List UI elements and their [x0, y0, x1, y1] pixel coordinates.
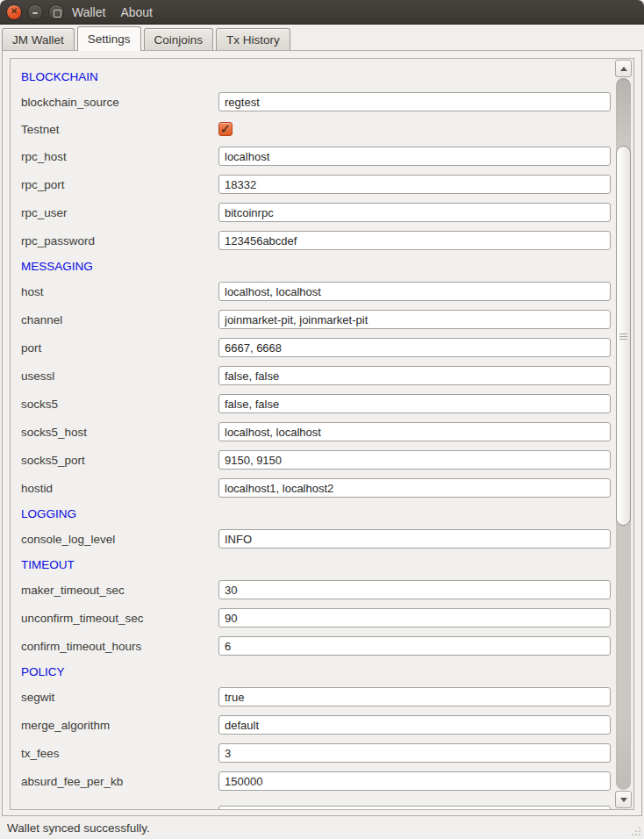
field-label: rpc_port	[21, 178, 218, 191]
scrollbar-track[interactable]	[616, 78, 631, 790]
form-row: socks5	[21, 390, 614, 418]
status-message: Wallet synced successfully.	[7, 821, 150, 835]
field-input[interactable]	[218, 636, 611, 656]
field-input[interactable]	[218, 175, 611, 194]
section-header-timeout: TIMEOUT	[21, 553, 614, 576]
field-label: socks5	[21, 398, 218, 411]
scrollbar-thumb[interactable]	[616, 146, 631, 526]
field-input[interactable]	[218, 366, 611, 385]
field-input[interactable]	[218, 282, 611, 301]
form-row: rpc_user	[21, 198, 614, 226]
form-row: merge_algorithm	[21, 711, 614, 739]
form-row: channel	[21, 305, 614, 333]
maximize-button-icon[interactable]	[48, 4, 64, 20]
menu-about[interactable]: About	[120, 0, 153, 25]
form-row: socks5_port	[21, 446, 614, 474]
field-label: rpc_host	[21, 150, 218, 163]
settings-tab-page: BLOCKCHAINblockchain_sourceTestnetrpc_ho…	[2, 50, 642, 816]
scroll-down-button[interactable]	[615, 791, 632, 808]
form-row: absurd_fee_per_kb	[21, 767, 614, 795]
field-label: socks5_port	[21, 454, 218, 467]
field-label: port	[21, 341, 218, 355]
field-input[interactable]	[218, 338, 611, 357]
section-header-blockchain: BLOCKCHAIN	[21, 65, 614, 88]
minimize-button-icon[interactable]	[27, 4, 43, 20]
section-header-logging: LOGGING	[21, 502, 614, 525]
field-label: blockchain_source	[21, 96, 218, 109]
field-label: hostid	[21, 482, 218, 495]
menu-bar: Wallet About	[72, 0, 153, 25]
form-row: console_log_level	[21, 525, 614, 553]
form-row	[21, 795, 614, 809]
field-label: channel	[21, 313, 218, 326]
form-row: segwit	[21, 683, 614, 711]
field-input[interactable]	[218, 450, 611, 470]
tab-bar: JM WalletSettingsCoinjoinsTx History	[0, 25, 644, 50]
field-input[interactable]	[218, 478, 611, 498]
field-input[interactable]	[218, 715, 611, 735]
settings-form: BLOCKCHAINblockchain_sourceTestnetrpc_ho…	[11, 59, 614, 809]
form-row: Testnet	[21, 116, 614, 142]
form-row: blockchain_source	[21, 88, 614, 116]
title-bar: Wallet About	[0, 0, 644, 25]
scroll-up-button[interactable]	[615, 60, 632, 77]
field-input[interactable]	[218, 687, 611, 706]
menu-wallet[interactable]: Wallet	[72, 0, 105, 25]
field-label: absurd_fee_per_kb	[21, 775, 218, 788]
field-label: segwit	[21, 691, 218, 704]
form-row: usessl	[21, 362, 614, 390]
form-row: unconfirm_timeout_sec	[21, 604, 614, 632]
resize-grip[interactable]	[630, 825, 640, 835]
scrollbar-grip-icon	[619, 336, 627, 337]
arrow-up-icon	[620, 67, 627, 71]
form-row: socks5_host	[21, 418, 614, 446]
field-input[interactable]	[218, 743, 611, 763]
field-input[interactable]	[218, 147, 611, 166]
settings-scroll-area: BLOCKCHAINblockchain_sourceTestnetrpc_ho…	[10, 58, 634, 810]
field-input[interactable]	[218, 394, 611, 413]
field-label: Testnet	[21, 123, 218, 136]
field-label: host	[21, 285, 218, 298]
field-input[interactable]	[218, 771, 611, 791]
window-buttons	[0, 4, 64, 20]
form-row: rpc_host	[21, 142, 614, 170]
field-label: usessl	[21, 369, 218, 383]
field-label: tx_fees	[21, 747, 218, 760]
tab-jm-wallet[interactable]: JM Wallet	[2, 28, 75, 50]
field-input[interactable]	[218, 92, 611, 111]
arrow-down-icon	[620, 798, 627, 802]
field-input[interactable]	[218, 580, 611, 599]
form-row: maker_timeout_sec	[21, 576, 614, 604]
field-label: confirm_timeout_hours	[21, 640, 218, 653]
field-label: socks5_host	[21, 426, 218, 439]
form-row: host	[21, 277, 614, 305]
field-label: rpc_password	[21, 234, 218, 247]
vertical-scrollbar	[614, 60, 633, 808]
field-input[interactable]	[218, 310, 611, 329]
field-label: unconfirm_timeout_sec	[21, 612, 218, 625]
status-bar: Wallet synced successfully.	[0, 816, 644, 839]
field-input[interactable]	[218, 422, 611, 441]
field-input[interactable]	[218, 231, 611, 250]
section-header-messaging: MESSAGING	[21, 255, 614, 277]
field-input[interactable]	[218, 203, 611, 222]
form-row: tx_fees	[21, 739, 614, 767]
form-row: port	[21, 333, 614, 362]
field-label: maker_timeout_sec	[21, 584, 218, 597]
field-input[interactable]	[218, 529, 611, 549]
form-row: rpc_password	[21, 226, 614, 255]
field-input[interactable]	[218, 608, 611, 627]
checkbox-checked-icon[interactable]	[218, 122, 233, 136]
field-label: console_log_level	[21, 533, 218, 546]
field-input[interactable]	[218, 806, 611, 809]
section-header-policy: POLICY	[21, 660, 614, 683]
form-row: confirm_timeout_hours	[21, 632, 614, 660]
field-label: rpc_user	[21, 206, 218, 219]
tab-settings[interactable]: Settings	[77, 26, 141, 51]
close-button-icon[interactable]	[6, 4, 22, 20]
form-row: hostid	[21, 474, 614, 502]
tab-coinjoins[interactable]: Coinjoins	[144, 28, 214, 50]
field-label: merge_algorithm	[21, 719, 218, 732]
form-row: rpc_port	[21, 170, 614, 198]
tab-tx-history[interactable]: Tx History	[216, 28, 290, 50]
